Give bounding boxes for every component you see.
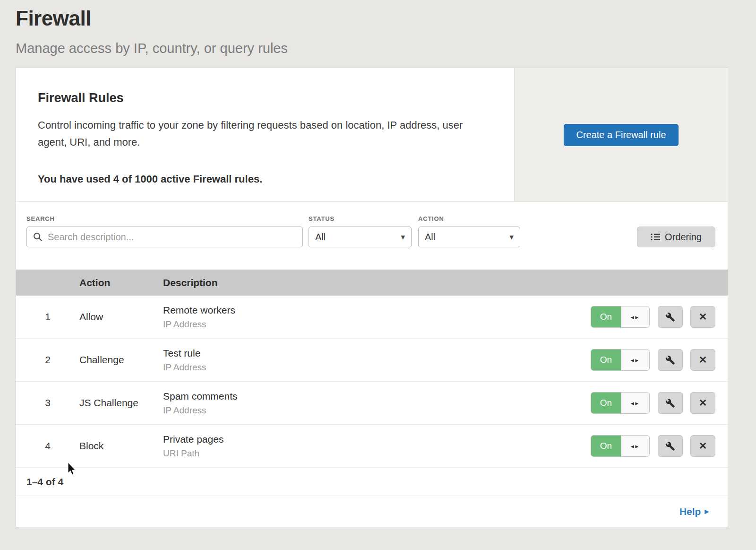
rule-action: Challenge bbox=[79, 354, 163, 366]
ordering-button-label: Ordering bbox=[665, 232, 702, 243]
rule-match-type: IP Address bbox=[163, 362, 591, 373]
rule-description: Private pages URI Path bbox=[163, 434, 591, 459]
rule-action: Block bbox=[79, 440, 163, 452]
page-title: Firewall bbox=[16, 7, 756, 30]
rule-controls: On ◂▸ ✕ bbox=[591, 306, 728, 328]
chevron-down-icon: ▾ bbox=[509, 232, 514, 242]
toggle-on-label[interactable]: On bbox=[591, 349, 621, 370]
close-icon: ✕ bbox=[699, 311, 707, 323]
create-firewall-rule-button[interactable]: Create a Firewall rule bbox=[564, 124, 678, 146]
toggle-on-label[interactable]: On bbox=[591, 436, 621, 456]
rule-description-title: Test rule bbox=[163, 348, 591, 359]
status-select[interactable]: All ▾ bbox=[309, 227, 412, 247]
edit-rule-button[interactable] bbox=[658, 306, 683, 328]
rule-enabled-toggle[interactable]: On ◂▸ bbox=[591, 349, 650, 371]
rule-match-type: IP Address bbox=[163, 319, 591, 330]
close-icon: ✕ bbox=[699, 440, 707, 452]
help-link-label: Help bbox=[679, 506, 701, 517]
search-icon bbox=[33, 232, 43, 242]
toggle-handle-icon[interactable]: ◂▸ bbox=[621, 306, 649, 327]
rule-match-type: IP Address bbox=[163, 405, 591, 416]
delete-rule-button[interactable]: ✕ bbox=[690, 306, 715, 328]
status-label: STATUS bbox=[309, 215, 412, 222]
help-row: Help ▸ bbox=[16, 496, 728, 527]
wrench-icon bbox=[665, 398, 675, 408]
chevron-down-icon: ▾ bbox=[401, 232, 405, 242]
rule-action: Allow bbox=[79, 311, 163, 323]
delete-rule-button[interactable]: ✕ bbox=[690, 349, 715, 371]
close-icon: ✕ bbox=[699, 354, 707, 366]
delete-rule-button[interactable]: ✕ bbox=[690, 392, 715, 414]
close-icon: ✕ bbox=[699, 397, 707, 409]
status-select-value: All bbox=[315, 232, 326, 243]
edit-rule-button[interactable] bbox=[658, 392, 683, 414]
rule-enabled-toggle[interactable]: On ◂▸ bbox=[591, 306, 650, 328]
pagination-text: 1–4 of 4 bbox=[26, 476, 63, 488]
rule-number: 2 bbox=[16, 354, 79, 366]
firewall-intro-text: Firewall Rules Control incoming traffic … bbox=[16, 68, 514, 201]
action-label: ACTION bbox=[418, 215, 520, 222]
rule-number: 1 bbox=[16, 311, 79, 323]
rule-controls: On ◂▸ ✕ bbox=[591, 392, 728, 414]
help-link[interactable]: Help ▸ bbox=[679, 506, 709, 517]
toggle-on-label[interactable]: On bbox=[591, 306, 621, 327]
toggle-handle-icon[interactable]: ◂▸ bbox=[621, 393, 649, 413]
search-label: SEARCH bbox=[26, 215, 303, 222]
table-header: Action Description bbox=[16, 270, 728, 296]
ordered-list-icon bbox=[651, 233, 660, 241]
edit-rule-button[interactable] bbox=[658, 349, 683, 371]
rule-enabled-toggle[interactable]: On ◂▸ bbox=[591, 392, 650, 414]
table-row: 4 Block Private pages URI Path On ◂▸ ✕ bbox=[16, 425, 728, 468]
page-header: Firewall Manage access by IP, country, o… bbox=[0, 0, 756, 56]
action-select[interactable]: All ▾ bbox=[418, 227, 520, 247]
rule-description: Remote workers IP Address bbox=[163, 305, 591, 330]
rule-number: 4 bbox=[16, 440, 79, 452]
help-arrow-icon: ▸ bbox=[704, 506, 709, 516]
table-row: 3 JS Challenge Spam comments IP Address … bbox=[16, 382, 728, 425]
delete-rule-button[interactable]: ✕ bbox=[690, 435, 715, 457]
pagination-row: 1–4 of 4 bbox=[16, 468, 728, 496]
toggle-handle-icon[interactable]: ◂▸ bbox=[621, 436, 649, 456]
action-column-header: Action bbox=[79, 277, 163, 288]
action-select-value: All bbox=[425, 232, 435, 243]
firewall-card: Firewall Rules Control incoming traffic … bbox=[16, 68, 728, 527]
create-rule-panel: Create a Firewall rule bbox=[514, 68, 728, 201]
rule-controls: On ◂▸ ✕ bbox=[591, 435, 728, 457]
rule-controls: On ◂▸ ✕ bbox=[591, 349, 728, 371]
table-row: 2 Challenge Test rule IP Address On ◂▸ ✕ bbox=[16, 339, 728, 382]
rule-match-type: URI Path bbox=[163, 448, 591, 459]
rule-action: JS Challenge bbox=[79, 397, 163, 409]
description-column-header: Description bbox=[163, 277, 728, 288]
rule-description-title: Spam comments bbox=[163, 391, 591, 402]
toggle-on-label[interactable]: On bbox=[591, 393, 621, 413]
rules-usage-text: You have used 4 of 1000 active Firewall … bbox=[38, 173, 486, 185]
table-row: 1 Allow Remote workers IP Address On ◂▸ … bbox=[16, 296, 728, 339]
section-title: Firewall Rules bbox=[38, 91, 486, 105]
wrench-icon bbox=[665, 441, 675, 451]
rule-enabled-toggle[interactable]: On ◂▸ bbox=[591, 435, 650, 457]
filters-bar: SEARCH STATUS All ▾ ACTION bbox=[16, 202, 728, 270]
rule-description: Spam comments IP Address bbox=[163, 391, 591, 416]
page-subtitle: Manage access by IP, country, or query r… bbox=[16, 41, 756, 56]
wrench-icon bbox=[665, 312, 675, 322]
edit-rule-button[interactable] bbox=[658, 435, 683, 457]
wrench-icon bbox=[665, 355, 675, 365]
firewall-intro-section: Firewall Rules Control incoming traffic … bbox=[16, 68, 728, 202]
rule-number: 3 bbox=[16, 397, 79, 409]
rule-description-title: Private pages bbox=[163, 434, 591, 445]
section-description: Control incoming traffic to your zone by… bbox=[38, 117, 486, 151]
rule-description: Test rule IP Address bbox=[163, 348, 591, 373]
ordering-button[interactable]: Ordering bbox=[637, 227, 715, 247]
toggle-handle-icon[interactable]: ◂▸ bbox=[621, 349, 649, 370]
search-input[interactable] bbox=[26, 227, 303, 247]
rule-description-title: Remote workers bbox=[163, 305, 591, 316]
